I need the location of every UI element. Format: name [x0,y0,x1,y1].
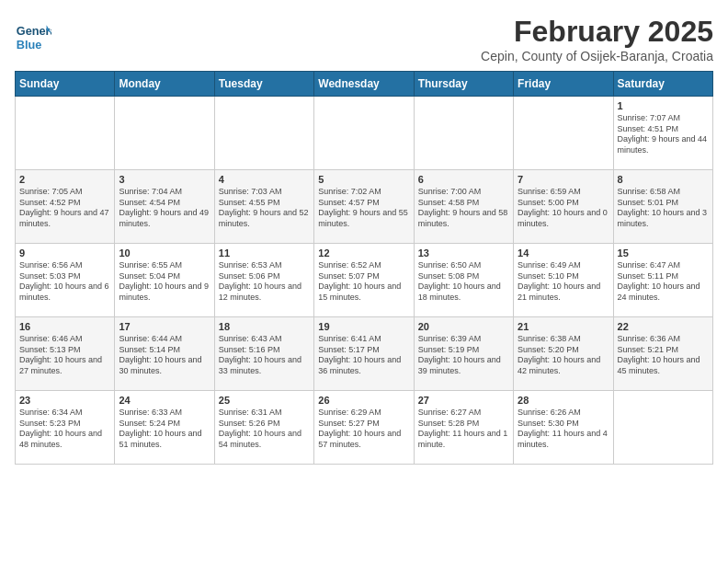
calendar-week-row: 23Sunrise: 6:34 AM Sunset: 5:23 PM Dayli… [16,391,713,465]
day-number: 21 [518,321,609,332]
day-info: Sunrise: 6:33 AM Sunset: 5:24 PM Dayligh… [119,408,210,451]
weekday-header-row: SundayMondayTuesdayWednesdayThursdayFrid… [16,72,713,97]
day-number: 17 [119,321,210,332]
calendar-day-cell: 24Sunrise: 6:33 AM Sunset: 5:24 PM Dayli… [115,391,214,465]
calendar-day-cell: 7Sunrise: 6:59 AM Sunset: 5:00 PM Daylig… [514,170,613,244]
calendar-day-cell [115,97,214,170]
day-number: 23 [19,395,110,406]
day-number: 13 [418,247,509,259]
day-number: 19 [318,321,409,332]
svg-text:General: General [17,24,51,38]
day-info: Sunrise: 6:47 AM Sunset: 5:11 PM Dayligh… [618,260,709,304]
day-number: 3 [119,174,210,185]
calendar-day-cell: 17Sunrise: 6:44 AM Sunset: 5:14 PM Dayli… [115,317,214,391]
day-number: 1 [618,100,709,111]
day-number: 27 [418,395,509,406]
day-info: Sunrise: 6:55 AM Sunset: 5:04 PM Dayligh… [119,260,210,304]
calendar-day-cell: 25Sunrise: 6:31 AM Sunset: 5:26 PM Dayli… [214,391,313,465]
day-info: Sunrise: 6:44 AM Sunset: 5:14 PM Dayligh… [119,334,210,377]
calendar-day-cell: 26Sunrise: 6:29 AM Sunset: 5:27 PM Dayli… [314,391,414,465]
location-subtitle: Cepin, County of Osijek-Baranja, Croatia [481,49,713,63]
title-area: February 2025 Cepin, County of Osijek-Ba… [481,15,713,63]
calendar-week-row: 1Sunrise: 7:07 AM Sunset: 4:51 PM Daylig… [16,97,713,170]
calendar-day-cell: 23Sunrise: 6:34 AM Sunset: 5:23 PM Dayli… [16,391,115,465]
day-info: Sunrise: 6:34 AM Sunset: 5:23 PM Dayligh… [19,408,110,451]
day-number: 16 [19,321,110,332]
calendar-day-cell: 28Sunrise: 6:26 AM Sunset: 5:30 PM Dayli… [514,391,613,465]
day-info: Sunrise: 7:05 AM Sunset: 4:52 PM Dayligh… [19,187,110,230]
calendar-day-cell: 12Sunrise: 6:52 AM Sunset: 5:07 PM Dayli… [314,244,414,317]
day-info: Sunrise: 6:31 AM Sunset: 5:26 PM Dayligh… [219,408,310,451]
day-info: Sunrise: 6:49 AM Sunset: 5:10 PM Dayligh… [518,260,609,304]
day-info: Sunrise: 7:03 AM Sunset: 4:55 PM Dayligh… [219,187,310,230]
calendar-day-cell: 8Sunrise: 6:58 AM Sunset: 5:01 PM Daylig… [613,170,712,244]
day-info: Sunrise: 7:04 AM Sunset: 4:54 PM Dayligh… [119,187,210,230]
calendar-day-cell: 27Sunrise: 6:27 AM Sunset: 5:28 PM Dayli… [414,391,513,465]
calendar-table: SundayMondayTuesdayWednesdayThursdayFrid… [15,71,713,465]
day-info: Sunrise: 6:52 AM Sunset: 5:07 PM Dayligh… [318,260,409,304]
day-number: 12 [318,247,409,259]
svg-text:Blue: Blue [17,38,42,52]
logo-icon: General Blue [15,18,51,55]
day-info: Sunrise: 6:53 AM Sunset: 5:06 PM Dayligh… [219,260,310,304]
day-number: 15 [618,247,709,259]
weekday-header-monday: Monday [115,72,214,97]
day-number: 14 [518,247,609,259]
day-info: Sunrise: 6:27 AM Sunset: 5:28 PM Dayligh… [418,408,509,451]
calendar-day-cell: 18Sunrise: 6:43 AM Sunset: 5:16 PM Dayli… [214,317,313,391]
day-info: Sunrise: 6:36 AM Sunset: 5:21 PM Dayligh… [618,334,709,377]
weekday-header-wednesday: Wednesday [314,72,414,97]
day-number: 6 [418,174,509,185]
day-info: Sunrise: 7:00 AM Sunset: 4:58 PM Dayligh… [418,187,509,230]
day-info: Sunrise: 7:02 AM Sunset: 4:57 PM Dayligh… [318,187,409,230]
day-number: 2 [19,174,110,185]
calendar-day-cell: 16Sunrise: 6:46 AM Sunset: 5:13 PM Dayli… [16,317,115,391]
calendar-day-cell: 15Sunrise: 6:47 AM Sunset: 5:11 PM Dayli… [613,244,712,317]
day-info: Sunrise: 6:46 AM Sunset: 5:13 PM Dayligh… [19,334,110,377]
calendar-day-cell: 1Sunrise: 7:07 AM Sunset: 4:51 PM Daylig… [613,97,712,170]
day-info: Sunrise: 6:29 AM Sunset: 5:27 PM Dayligh… [318,408,409,451]
calendar-day-cell: 20Sunrise: 6:39 AM Sunset: 5:19 PM Dayli… [414,317,513,391]
day-number: 26 [318,395,409,406]
calendar-day-cell [414,97,513,170]
calendar-day-cell [16,97,115,170]
day-number: 24 [119,395,210,406]
calendar-day-cell: 9Sunrise: 6:56 AM Sunset: 5:03 PM Daylig… [16,244,115,317]
day-number: 9 [19,247,110,259]
calendar-day-cell: 11Sunrise: 6:53 AM Sunset: 5:06 PM Dayli… [214,244,313,317]
calendar-day-cell: 13Sunrise: 6:50 AM Sunset: 5:08 PM Dayli… [414,244,513,317]
month-year-title: February 2025 [481,15,713,49]
weekday-header-saturday: Saturday [613,72,712,97]
page-header: General Blue February 2025 Cepin, County… [15,15,713,63]
calendar-day-cell: 5Sunrise: 7:02 AM Sunset: 4:57 PM Daylig… [314,170,414,244]
calendar-day-cell [214,97,313,170]
day-info: Sunrise: 6:26 AM Sunset: 5:30 PM Dayligh… [518,408,609,451]
calendar-day-cell: 4Sunrise: 7:03 AM Sunset: 4:55 PM Daylig… [214,170,313,244]
calendar-day-cell: 6Sunrise: 7:00 AM Sunset: 4:58 PM Daylig… [414,170,513,244]
calendar-day-cell: 2Sunrise: 7:05 AM Sunset: 4:52 PM Daylig… [16,170,115,244]
day-info: Sunrise: 7:07 AM Sunset: 4:51 PM Dayligh… [618,113,709,156]
day-number: 28 [518,395,609,406]
calendar-day-cell: 19Sunrise: 6:41 AM Sunset: 5:17 PM Dayli… [314,317,414,391]
day-info: Sunrise: 6:41 AM Sunset: 5:17 PM Dayligh… [318,334,409,377]
day-number: 10 [119,247,210,259]
calendar-body: 1Sunrise: 7:07 AM Sunset: 4:51 PM Daylig… [16,97,713,465]
day-number: 4 [219,174,310,185]
calendar-day-cell: 14Sunrise: 6:49 AM Sunset: 5:10 PM Dayli… [514,244,613,317]
day-info: Sunrise: 6:59 AM Sunset: 5:00 PM Dayligh… [518,187,609,230]
calendar-day-cell: 21Sunrise: 6:38 AM Sunset: 5:20 PM Dayli… [514,317,613,391]
calendar-header: SundayMondayTuesdayWednesdayThursdayFrid… [16,72,713,97]
day-info: Sunrise: 6:43 AM Sunset: 5:16 PM Dayligh… [219,334,310,377]
weekday-header-thursday: Thursday [414,72,513,97]
weekday-header-tuesday: Tuesday [214,72,313,97]
weekday-header-friday: Friday [514,72,613,97]
calendar-day-cell: 3Sunrise: 7:04 AM Sunset: 4:54 PM Daylig… [115,170,214,244]
day-info: Sunrise: 6:56 AM Sunset: 5:03 PM Dayligh… [19,260,110,304]
day-info: Sunrise: 6:58 AM Sunset: 5:01 PM Dayligh… [618,187,709,230]
day-info: Sunrise: 6:39 AM Sunset: 5:19 PM Dayligh… [418,334,509,377]
day-number: 7 [518,174,609,185]
calendar-week-row: 16Sunrise: 6:46 AM Sunset: 5:13 PM Dayli… [16,317,713,391]
day-number: 20 [418,321,509,332]
calendar-day-cell [613,391,712,465]
calendar-day-cell [514,97,613,170]
